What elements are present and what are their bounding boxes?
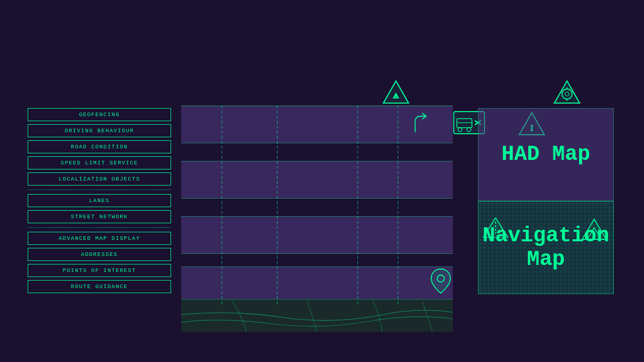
vline-2: [277, 106, 278, 304]
warning-triangle-top-right: [553, 79, 581, 108]
sidebar-btn-addresses[interactable]: ADDRESSES: [28, 248, 171, 261]
sidebar-btn-road-condition[interactable]: ROAD CONDITION: [28, 140, 171, 153]
sidebar-group-1: GEOFENCING DRIVING BEHAVIOUR ROAD CONDIT…: [28, 108, 171, 186]
sidebar-btn-street-network[interactable]: STREET NETWORK: [28, 210, 171, 223]
nav-map-box: NavigationMap: [478, 201, 614, 294]
nav-map-label: NavigationMap: [482, 224, 609, 270]
sidebar-btn-lanes[interactable]: LANES: [28, 194, 171, 207]
turn-arrow-icon: [410, 112, 429, 137]
map-road-svg: [181, 300, 453, 332]
divider-2: [28, 227, 171, 228]
vline-3: [357, 106, 358, 304]
divider-1: [28, 190, 171, 190]
sidebar-btn-poi[interactable]: POINTS OF INTEREST: [28, 264, 171, 277]
sidebar-group-3: ADVANCED MAP DISPLAY ADDRESSES POINTS OF…: [28, 232, 171, 293]
had-map-box: HAD Map: [478, 108, 614, 201]
sidebar-btn-speed-limit[interactable]: SPEED LIMIT SERVICE: [28, 156, 171, 169]
location-pin-icon: [430, 268, 451, 297]
diagram: ⚠ !: [181, 78, 453, 304]
warning-triangle-top-left: ⚠: [382, 79, 410, 108]
vline-1: [221, 106, 222, 304]
sidebar-group-2: LANES STREET NETWORK: [28, 194, 171, 223]
sidebar-btn-geofencing[interactable]: GEOFENCING: [28, 108, 171, 121]
had-map-label: HAD Map: [502, 143, 590, 166]
sidebar-btn-driving-behaviour[interactable]: DRIVING BEHAVIOUR: [28, 124, 171, 137]
vline-4: [397, 106, 398, 304]
sidebar-btn-route-guidance[interactable]: ROUTE GUIDANCE: [28, 280, 171, 293]
sidebar-btn-advanced-map[interactable]: ADVANCED MAP DISPLAY: [28, 232, 171, 245]
sidebar: GEOFENCING DRIVING BEHAVIOUR ROAD CONDIT…: [28, 108, 171, 297]
right-panel: HAD Map NavigationMap: [478, 108, 614, 294]
svg-text:⚠: ⚠: [393, 90, 399, 101]
sidebar-btn-localization[interactable]: LOCALIZATION OBJECTS: [28, 172, 171, 186]
